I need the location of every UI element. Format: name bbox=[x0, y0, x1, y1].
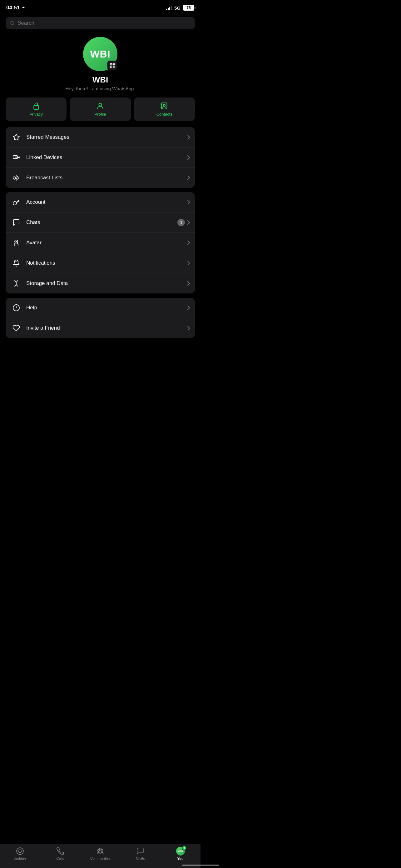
account-item[interactable]: Account bbox=[6, 192, 195, 213]
starred-messages-label: Starred Messages bbox=[26, 134, 188, 140]
notifications-label: Notifications bbox=[26, 260, 188, 266]
svg-point-16 bbox=[163, 104, 166, 106]
svg-line-1 bbox=[13, 24, 14, 25]
search-icon bbox=[10, 21, 15, 26]
avatar-wrapper[interactable]: WBI bbox=[83, 37, 118, 71]
notifications-item[interactable]: Notifications bbox=[6, 253, 195, 273]
location-arrow-icon bbox=[21, 6, 26, 10]
qr-icon bbox=[110, 63, 115, 68]
svg-rect-28 bbox=[15, 260, 17, 261]
heart-icon bbox=[11, 322, 22, 334]
storage-icon bbox=[11, 278, 22, 289]
lock-icon bbox=[32, 102, 40, 110]
status-time: 04:51 bbox=[6, 5, 26, 11]
linked-devices-icon bbox=[11, 152, 22, 163]
qr-badge[interactable] bbox=[107, 61, 118, 71]
storage-item[interactable]: Storage and Data bbox=[6, 273, 195, 293]
notifications-bell-icon bbox=[11, 257, 22, 269]
search-container bbox=[0, 14, 201, 34]
chevron-right-icon bbox=[188, 326, 190, 330]
account-label: Account bbox=[26, 199, 188, 205]
menu-section-2: Account Chats 1 Avatar Notifications bbox=[6, 192, 195, 293]
svg-rect-7 bbox=[111, 67, 111, 67]
svg-point-24 bbox=[13, 202, 16, 205]
menu-section-1: Starred Messages Linked Devices Broadcas… bbox=[6, 127, 195, 188]
search-bar[interactable] bbox=[6, 17, 195, 29]
privacy-label: Privacy bbox=[29, 112, 43, 117]
chat-bubble-icon bbox=[11, 217, 22, 228]
profile-section: WBI WBI Hey, there! I am us bbox=[0, 34, 201, 97]
svg-rect-9 bbox=[113, 66, 114, 67]
status-right: 5G 75 bbox=[166, 5, 194, 11]
contacts-icon bbox=[160, 102, 168, 110]
contacts-button[interactable]: Contacts bbox=[134, 97, 195, 121]
svg-rect-11 bbox=[113, 67, 114, 68]
profile-label: Profile bbox=[95, 112, 106, 117]
help-item[interactable]: Help bbox=[6, 298, 195, 318]
invite-item[interactable]: Invite a Friend bbox=[6, 318, 195, 338]
avatar-icon bbox=[11, 237, 22, 248]
profile-status: Hey, there! I am using WhatsApp. bbox=[65, 86, 135, 91]
svg-point-14 bbox=[99, 103, 102, 106]
profile-icon bbox=[96, 102, 104, 110]
chevron-right-icon bbox=[188, 155, 190, 160]
signal-icon bbox=[166, 6, 172, 10]
linked-devices-label: Linked Devices bbox=[26, 154, 188, 161]
chevron-right-icon bbox=[188, 220, 190, 225]
svg-point-27 bbox=[15, 241, 17, 242]
storage-label: Storage and Data bbox=[26, 280, 188, 286]
menu-section-3: Help Invite a Friend bbox=[6, 298, 195, 338]
status-bar: 04:51 5G 75 bbox=[0, 0, 201, 14]
quick-actions: Privacy Profile Contacts bbox=[0, 97, 201, 127]
chats-label: Chats bbox=[26, 219, 177, 226]
network-label: 5G bbox=[174, 5, 180, 11]
chevron-right-icon bbox=[188, 135, 190, 140]
profile-name: WBI bbox=[93, 75, 108, 85]
broadcast-lists-label: Broadcast Lists bbox=[26, 175, 188, 181]
chevron-right-icon bbox=[188, 261, 190, 265]
svg-point-23 bbox=[15, 177, 17, 179]
chevron-right-icon bbox=[188, 200, 190, 204]
battery-indicator: 75 bbox=[183, 5, 194, 11]
privacy-button[interactable]: Privacy bbox=[6, 97, 67, 121]
avatar-item[interactable]: Avatar bbox=[6, 233, 195, 253]
help-info-icon bbox=[11, 302, 22, 313]
svg-rect-3 bbox=[111, 64, 111, 65]
svg-marker-20 bbox=[13, 134, 20, 140]
svg-rect-12 bbox=[114, 67, 114, 68]
linked-devices-item[interactable]: Linked Devices bbox=[6, 148, 195, 168]
chevron-right-icon bbox=[188, 176, 190, 180]
search-input[interactable] bbox=[18, 20, 191, 26]
profile-button[interactable]: Profile bbox=[70, 97, 131, 121]
avatar-label: Avatar bbox=[26, 240, 188, 246]
account-key-icon bbox=[11, 196, 22, 208]
invite-label: Invite a Friend bbox=[26, 325, 188, 331]
svg-rect-13 bbox=[34, 105, 38, 110]
svg-rect-10 bbox=[114, 66, 114, 67]
svg-point-0 bbox=[11, 21, 14, 25]
star-icon bbox=[11, 131, 22, 143]
contacts-label: Contacts bbox=[157, 112, 172, 117]
avatar-initials: WBI bbox=[90, 49, 110, 60]
chats-item[interactable]: Chats 1 bbox=[6, 213, 195, 233]
chevron-right-icon bbox=[188, 306, 190, 310]
broadcast-lists-item[interactable]: Broadcast Lists bbox=[6, 168, 195, 188]
help-label: Help bbox=[26, 305, 188, 311]
svg-rect-22 bbox=[15, 157, 17, 159]
chevron-right-icon bbox=[188, 241, 190, 245]
svg-rect-5 bbox=[113, 64, 114, 65]
chevron-right-icon bbox=[188, 281, 190, 286]
starred-messages-item[interactable]: Starred Messages bbox=[6, 127, 195, 148]
broadcast-icon bbox=[11, 172, 22, 183]
chats-badge: 1 bbox=[177, 219, 185, 226]
